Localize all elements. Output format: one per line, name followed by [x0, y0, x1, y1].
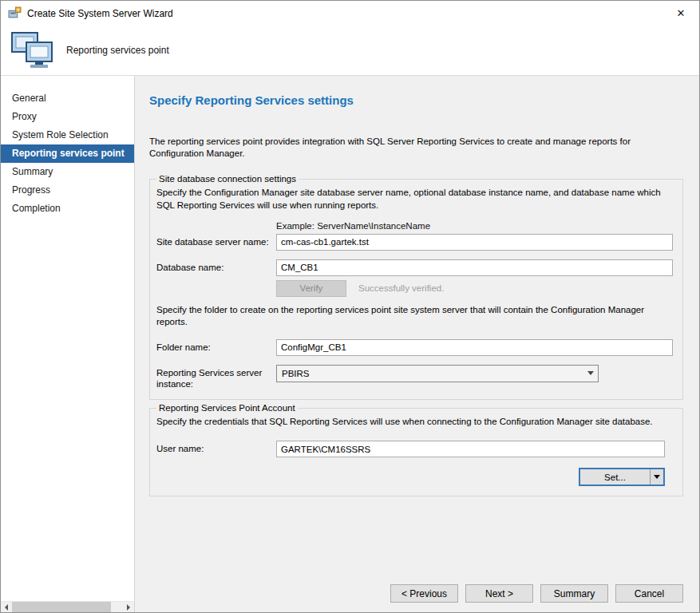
reporting-services-point-icon: [10, 31, 55, 69]
database-name-input[interactable]: [276, 259, 673, 276]
set-button-row: Set...: [156, 468, 665, 486]
instance-selected-value: PBIRS: [282, 369, 583, 378]
sidebar-item-system-role-selection[interactable]: System Role Selection: [1, 126, 134, 144]
site-database-server-name-input[interactable]: [276, 234, 673, 251]
folder-name-row: Folder name:: [156, 339, 673, 356]
username-row: User name:: [156, 441, 673, 457]
arrow-left-icon: [5, 604, 8, 611]
verify-status-text: Successfully verified.: [358, 283, 444, 293]
wizard-footer: < Previous Next > Summary Cancel: [149, 576, 683, 603]
wizard-page-name: Reporting services point: [66, 45, 169, 56]
username-label: User name:: [156, 441, 276, 457]
arrow-right-icon: [127, 604, 130, 611]
wizard-body: General Proxy System Role Selection Repo…: [1, 76, 699, 612]
reporting-services-account-groupbox: Reporting Services Point Account Specify…: [149, 403, 683, 496]
scrollbar-thumb[interactable]: [12, 602, 111, 612]
page-title: Specify Reporting Services settings: [149, 93, 683, 107]
wizard-window: Create Site System Server Wizard ✕ Repor…: [0, 0, 700, 613]
cancel-button[interactable]: Cancel: [615, 584, 683, 603]
wizard-step-sidebar: General Proxy System Role Selection Repo…: [1, 76, 135, 612]
titlebar: Create Site System Server Wizard ✕: [1, 1, 699, 26]
combo-arrow-zone: [583, 366, 598, 382]
reporting-services-account-groupbox-title: Reporting Services Point Account: [156, 403, 298, 413]
site-database-connection-groupbox: Site database connection settings Specif…: [149, 174, 683, 400]
username-input[interactable]: [276, 441, 665, 457]
site-database-connection-groupbox-title: Site database connection settings: [156, 174, 299, 184]
set-button-dropdown[interactable]: [650, 469, 663, 484]
sidebar-item-completion[interactable]: Completion: [1, 200, 134, 218]
server-name-label: Site database server name:: [156, 234, 276, 251]
next-button[interactable]: Next >: [465, 584, 533, 603]
window-title: Create Site System Server Wizard: [27, 8, 173, 19]
wizard-main-pane: Specify Reporting Services settings The …: [135, 76, 699, 612]
database-name-label: Database name:: [156, 259, 276, 276]
verify-button[interactable]: Verify: [276, 280, 346, 297]
summary-button[interactable]: Summary: [540, 584, 608, 603]
folder-name-label: Folder name:: [156, 339, 276, 356]
account-description: Specify the credentials that SQL Reporti…: [156, 416, 673, 428]
site-database-description: Specify the Configuration Manager site d…: [156, 187, 673, 211]
caret-down-icon: [654, 475, 660, 479]
page-intro-text: The reporting services point provides in…: [149, 136, 683, 160]
reporting-services-instance-select[interactable]: PBIRS: [276, 365, 599, 382]
app-icon: [8, 6, 22, 20]
sidebar-item-general[interactable]: General: [1, 89, 134, 108]
sidebar-horizontal-scrollbar[interactable]: [1, 601, 134, 612]
scroll-left-button[interactable]: [1, 602, 12, 612]
sidebar-item-reporting-services-point[interactable]: Reporting services point: [1, 144, 134, 163]
set-button-label: Set...: [580, 469, 650, 484]
database-name-row: Database name:: [156, 259, 673, 276]
example-row: Example: ServerName\InstanceName: [156, 221, 673, 231]
sidebar-item-proxy[interactable]: Proxy: [1, 108, 134, 126]
scroll-right-button[interactable]: [123, 602, 134, 612]
folder-name-input[interactable]: [276, 339, 673, 356]
close-button[interactable]: ✕: [662, 1, 699, 26]
server-name-row: Site database server name:: [156, 234, 673, 251]
previous-button[interactable]: < Previous: [390, 584, 458, 603]
instance-row: Reporting Services server instance: PBIR…: [156, 365, 673, 390]
close-icon: ✕: [677, 7, 686, 19]
server-name-example-text: Example: ServerName\InstanceName: [276, 221, 430, 231]
verify-row: Verify Successfully verified.: [156, 280, 673, 297]
sidebar-item-progress[interactable]: Progress: [1, 181, 134, 200]
set-button[interactable]: Set...: [579, 468, 665, 486]
wizard-header: Reporting services point: [1, 26, 699, 76]
chevron-down-icon: [587, 371, 594, 375]
folder-description: Specify the folder to create on the repo…: [156, 304, 673, 328]
sidebar-item-summary[interactable]: Summary: [1, 163, 134, 181]
scrollbar-track[interactable]: [111, 602, 123, 612]
instance-label: Reporting Services server instance:: [156, 365, 276, 390]
